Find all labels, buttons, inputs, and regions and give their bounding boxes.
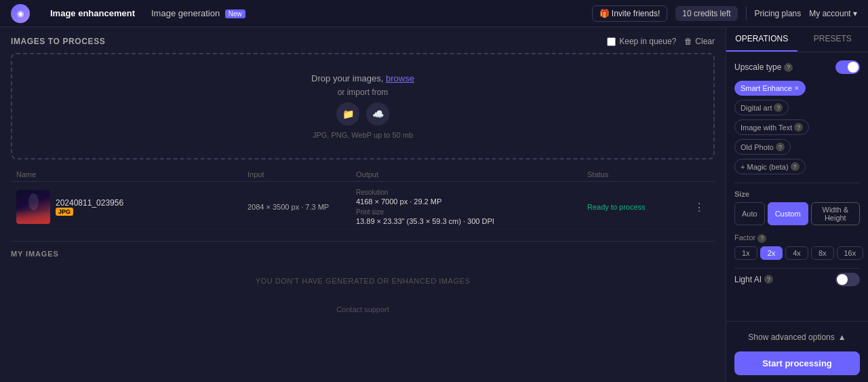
new-badge: New bbox=[225, 9, 245, 18]
close-smart-enhance-icon: ✕ bbox=[794, 85, 800, 92]
file-output-info: Resolution 4168 × 7000 px · 29.2 MP Prin… bbox=[356, 189, 587, 225]
more-options-button[interactable]: ⋮ bbox=[689, 201, 709, 214]
size-label: Size bbox=[734, 190, 860, 198]
magic-beta-info-icon: ? bbox=[791, 162, 800, 171]
factor-btn-2x[interactable]: 2x bbox=[760, 246, 783, 260]
tab-presets[interactable]: PRESETS bbox=[797, 27, 869, 52]
file-name-cell: 20240811_023956 JPG bbox=[16, 190, 248, 224]
cloud-import-icon[interactable]: ☁️ bbox=[366, 102, 389, 126]
left-panel: IMAGES TO PROCESS Keep in queue? 🗑 Clear… bbox=[0, 27, 726, 382]
factor-label: Factor ? bbox=[734, 233, 860, 243]
keep-queue-label[interactable]: Keep in queue? bbox=[607, 37, 676, 46]
file-types-label: JPG, PNG, WebP up to 50 mb bbox=[26, 131, 700, 139]
thumb-preview bbox=[16, 190, 50, 224]
factor-btn-1x[interactable]: 1x bbox=[734, 246, 757, 260]
size-btn-width-height[interactable]: Width & Height bbox=[811, 202, 860, 225]
nav-tab-image-generation[interactable]: Image generation New bbox=[144, 5, 252, 21]
cloud-icon: ☁️ bbox=[372, 109, 384, 119]
browse-link[interactable]: browse bbox=[386, 73, 414, 83]
pricing-button[interactable]: Pricing plans bbox=[755, 9, 802, 18]
my-images-title: MY IMAGES bbox=[11, 241, 715, 258]
invite-button[interactable]: 🎁 Invite friends! bbox=[592, 5, 668, 22]
upscale-type-label: Upscale type ? bbox=[734, 62, 793, 72]
keep-queue-checkbox[interactable] bbox=[607, 37, 616, 46]
file-name-info: 20240811_023956 JPG bbox=[56, 198, 123, 216]
right-panel: OPERATIONS PRESETS Upscale type ? Smart … bbox=[726, 27, 868, 382]
ops-content: Upscale type ? Smart Enhance ✕ Digital a… bbox=[726, 52, 868, 321]
tab-operations[interactable]: OPERATIONS bbox=[726, 27, 797, 52]
size-buttons: Auto Custom Width & Height bbox=[734, 202, 860, 225]
trash-icon: 🗑 bbox=[684, 37, 692, 46]
digital-art-info-icon: ? bbox=[774, 103, 783, 112]
nav-right: 🎁 Invite friends! 10 credits left Pricin… bbox=[592, 5, 857, 22]
size-btn-custom[interactable]: Custom bbox=[768, 202, 808, 225]
clear-button[interactable]: 🗑 Clear bbox=[684, 37, 715, 46]
type-btn-digital-art[interactable]: Digital art ? bbox=[734, 100, 789, 115]
file-table-header: Name Input Output Status bbox=[11, 168, 715, 182]
nav-tab-image-enhancement[interactable]: Image enhancement bbox=[43, 5, 142, 21]
factor-btn-4x[interactable]: 4x bbox=[785, 246, 808, 260]
printsize-label: Print size bbox=[356, 208, 587, 216]
upscale-type-row: Upscale type ? bbox=[734, 60, 860, 74]
section-title: IMAGES TO PROCESS bbox=[11, 37, 105, 46]
contact-support[interactable]: Contact support bbox=[11, 299, 715, 320]
light-ai-toggle[interactable] bbox=[835, 273, 860, 286]
size-btn-auto[interactable]: Auto bbox=[734, 202, 765, 225]
light-ai-row: Light AI ? bbox=[734, 268, 860, 286]
file-input-info: 2084 × 3500 px · 7.3 MP bbox=[248, 203, 356, 211]
old-photo-info-icon: ? bbox=[776, 142, 785, 151]
factor-btn-16x[interactable]: 16x bbox=[837, 246, 864, 260]
resolution-value: 4168 × 7000 px · 29.2 MP bbox=[356, 197, 587, 206]
file-thumbnail bbox=[16, 190, 50, 224]
topnav: ◉ Image enhancement Image generation New… bbox=[0, 0, 868, 27]
upscale-type-toggle[interactable] bbox=[835, 60, 860, 74]
factor-btn-8x[interactable]: 8x bbox=[811, 246, 834, 260]
account-button[interactable]: My account ▾ bbox=[809, 9, 857, 18]
image-with-text-info-icon: ? bbox=[794, 123, 803, 132]
type-btn-image-with-text[interactable]: Image with Text ? bbox=[734, 119, 809, 135]
my-images-section: MY IMAGES YOU DON'T HAVE GENERATED OR EN… bbox=[11, 241, 715, 299]
resolution-label: Resolution bbox=[356, 189, 587, 196]
light-ai-label: Light AI ? bbox=[734, 275, 773, 284]
folder-icon: 📁 bbox=[342, 109, 354, 119]
divider-1 bbox=[734, 183, 860, 183]
type-btn-magic-beta[interactable]: + Magic (beta) ? bbox=[734, 159, 806, 174]
nav-tabs: Image enhancement Image generation New bbox=[43, 5, 252, 21]
drop-text: Drop your images, browse bbox=[26, 73, 700, 83]
printsize-value: 13.89 × 23.33" (35.3 × 59.3 cm) · 300 DP… bbox=[356, 217, 587, 225]
upscale-type-buttons: Smart Enhance ✕ Digital art ? Image with… bbox=[734, 81, 860, 174]
light-ai-info-icon[interactable]: ? bbox=[764, 275, 773, 284]
header-actions: Keep in queue? 🗑 Clear bbox=[607, 37, 715, 46]
factor-buttons: 1x 2x 4x 8x 16x bbox=[734, 246, 860, 260]
start-processing-button[interactable]: Start processing bbox=[734, 351, 860, 375]
main-layout: IMAGES TO PROCESS Keep in queue? 🗑 Clear… bbox=[0, 27, 868, 382]
advanced-options-toggle[interactable]: Show advanced options ▲ bbox=[734, 328, 860, 346]
upscale-type-info-icon[interactable]: ? bbox=[784, 63, 793, 72]
chevron-up-icon: ▲ bbox=[838, 332, 846, 342]
file-type-badge: JPG bbox=[56, 208, 73, 216]
type-btn-old-photo[interactable]: Old Photo ? bbox=[734, 139, 791, 155]
file-import-icon[interactable]: 📁 bbox=[336, 102, 359, 126]
credits-badge: 10 credits left bbox=[675, 6, 737, 21]
section-header: IMAGES TO PROCESS Keep in queue? 🗑 Clear bbox=[11, 37, 715, 46]
no-images-label: YOU DON'T HAVE GENERATED OR ENHANCED IMA… bbox=[11, 263, 715, 299]
factor-section: Factor ? 1x 2x 4x 8x 16x bbox=[734, 233, 860, 260]
size-section: Size Auto Custom Width & Height bbox=[734, 190, 860, 225]
status-badge: Ready to process bbox=[587, 203, 689, 211]
type-btn-smart-enhance[interactable]: Smart Enhance ✕ bbox=[734, 81, 806, 96]
nav-divider bbox=[746, 7, 747, 20]
logo-icon: ◉ bbox=[11, 4, 30, 23]
table-row: 20240811_023956 JPG 2084 × 3500 px · 7.3… bbox=[11, 185, 715, 230]
panel-tabs: OPERATIONS PRESETS bbox=[726, 27, 868, 52]
panel-bottom: Show advanced options ▲ Start processing bbox=[726, 321, 868, 382]
import-icons: 📁 ☁️ bbox=[26, 102, 700, 126]
drop-zone[interactable]: Drop your images, browse or import from … bbox=[11, 53, 715, 159]
import-label: or import from bbox=[26, 88, 700, 97]
file-name: 20240811_023956 bbox=[56, 198, 123, 208]
factor-info-icon[interactable]: ? bbox=[757, 234, 766, 243]
